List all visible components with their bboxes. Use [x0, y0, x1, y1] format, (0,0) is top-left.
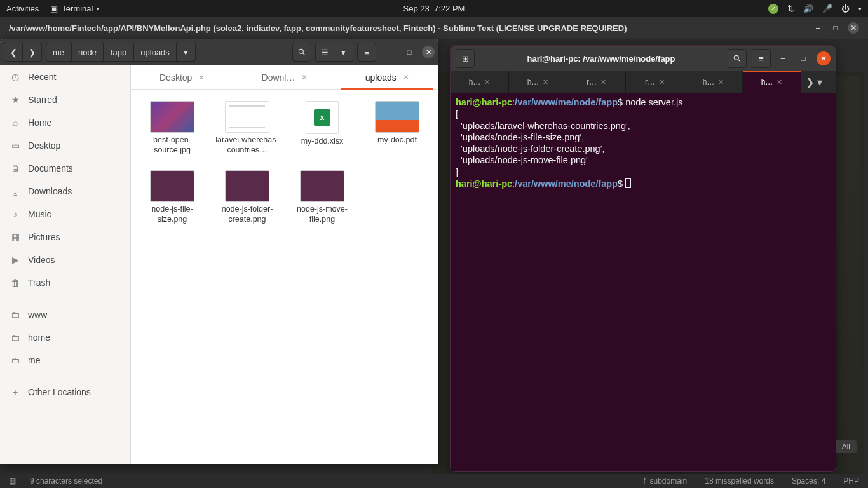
path-segment[interactable]: me [46, 43, 71, 62]
close-icon[interactable]: ✕ [198, 73, 205, 82]
file-item[interactable]: best-open-source.jpg [137, 101, 207, 155]
close-icon[interactable]: ✕ [776, 78, 782, 86]
terminal-headerbar: ⊞ hari@hari-pc: /var/www/me/node/fapp ≡ … [451, 46, 836, 71]
sidebar-bookmark[interactable]: 🗀home [0, 326, 130, 349]
file-item[interactable]: xmy-ddd.xlsx [287, 101, 357, 155]
forward-button[interactable]: ❯ [23, 43, 42, 62]
files-tab[interactable]: Desktop✕ [131, 65, 233, 89]
terminal-tab[interactable]: r…✕ [626, 71, 684, 93]
terminal-tab[interactable]: r…✕ [567, 71, 626, 93]
file-item[interactable]: node-js-file-size.png [137, 170, 207, 224]
file-name: my-doc.pdf [377, 135, 417, 146]
files-tab[interactable]: uploads✕ [336, 65, 438, 89]
sidebar-item[interactable]: ⌂Home [0, 111, 130, 134]
terminal-tab[interactable]: h…✕ [684, 71, 743, 93]
activities-button[interactable]: Activities [6, 4, 39, 13]
file-item[interactable]: my-doc.pdf [362, 101, 432, 155]
network-icon[interactable]: ⇅ [787, 4, 794, 13]
app-menu[interactable]: ▣ Terminal ▾ [50, 4, 100, 13]
path-segment[interactable]: uploads [133, 43, 177, 62]
power-icon[interactable]: ⏻ [841, 4, 850, 13]
close-icon[interactable]: ✕ [301, 73, 308, 82]
sidebar-item-label: Recent [28, 72, 56, 82]
close-button[interactable]: ✕ [817, 51, 831, 65]
close-icon[interactable]: ✕ [484, 78, 490, 86]
close-icon[interactable]: ✕ [543, 78, 548, 86]
terminal-tab[interactable]: h…✕ [451, 71, 509, 93]
git-branch[interactable]: ᚶ subdomain [643, 477, 687, 485]
sidebar-item[interactable]: 🗑Trash [0, 271, 130, 294]
file-thumb: x [306, 101, 339, 134]
terminal-tabs: h…✕h…✕r…✕r…✕h…✕h…✕❯ ▾ [451, 71, 836, 93]
maximize-button[interactable]: □ [830, 22, 841, 34]
tab-label: Downl… [262, 72, 295, 83]
svg-line-1 [303, 53, 305, 55]
workspace: ❮ ❯ menodefappuploads▾ ☰ ▾ ≡ – □ ✕ ◷Rece… [0, 39, 868, 474]
search-button[interactable] [292, 43, 311, 62]
view-options-button[interactable]: ▾ [334, 43, 353, 62]
chevron-down-icon: ▾ [858, 6, 862, 12]
close-button[interactable]: ✕ [422, 46, 435, 58]
view-list-button[interactable]: ☰ [315, 43, 334, 62]
desktop-icon: ▭ [10, 140, 20, 151]
sidebar-item[interactable]: ★Starred [0, 88, 130, 111]
minimize-button[interactable]: – [384, 46, 397, 58]
maximize-button[interactable]: □ [403, 46, 416, 58]
menu-icon[interactable]: ▦ [9, 477, 16, 485]
close-icon[interactable]: ✕ [403, 73, 409, 82]
terminal-tab[interactable]: h…✕ [509, 71, 567, 93]
sidebar-item-label: home [28, 332, 50, 342]
terminal-tab[interactable]: h…✕ [743, 71, 801, 93]
sidebar-other-locations[interactable]: +Other Locations [0, 381, 130, 403]
mic-icon[interactable]: 🎤 [822, 4, 832, 13]
file-thumb [150, 170, 194, 202]
hamburger-button[interactable]: ≡ [357, 43, 376, 62]
syntax-status[interactable]: PHP [843, 477, 859, 485]
sidebar-item[interactable]: ◷Recent [0, 65, 130, 88]
spaces-status[interactable]: Spaces: 4 [792, 477, 825, 485]
star-icon: ★ [10, 95, 20, 105]
minimize-button[interactable]: – [812, 22, 824, 34]
terminal-icon: ▣ [50, 4, 58, 13]
spell-status[interactable]: 18 misspelled words [705, 477, 774, 485]
close-icon[interactable]: ✕ [718, 78, 724, 86]
find-all-button[interactable]: All [836, 440, 857, 453]
tab-overflow[interactable]: ❯ ▾ [801, 71, 827, 93]
back-button[interactable]: ❮ [4, 43, 23, 62]
close-icon[interactable]: ✕ [600, 78, 606, 86]
minimize-button[interactable]: – [776, 51, 790, 65]
path-segment[interactable]: node [71, 43, 104, 62]
files-sidebar: ◷Recent★Starred⌂Home▭Desktop🗎Documents⭳D… [0, 65, 131, 464]
file-thumb [300, 170, 344, 202]
file-name: node-js-move-file.png [287, 205, 357, 224]
sidebar-bookmark[interactable]: 🗀me [0, 349, 130, 372]
sidebar-item[interactable]: ▶Videos [0, 248, 130, 271]
branch-label: subdomain [650, 477, 688, 485]
file-item[interactable]: laravel-wherehas-countries… [212, 101, 282, 155]
search-button[interactable] [728, 49, 747, 68]
path-dropdown[interactable]: ▾ [177, 43, 196, 62]
terminal-body[interactable]: hari@hari-pc:/var/www/me/node/fapp$ node… [451, 93, 836, 193]
close-icon[interactable]: ✕ [659, 78, 665, 86]
clock[interactable]: Sep 23 7:22 PM [403, 4, 465, 13]
hamburger-button[interactable]: ≡ [752, 49, 771, 68]
close-button[interactable]: ✕ [848, 22, 859, 34]
files-tab[interactable]: Downl…✕ [233, 65, 336, 89]
maximize-button[interactable]: □ [796, 51, 810, 65]
sidebar-item[interactable]: 🗎Documents [0, 157, 130, 180]
down-icon: ⭳ [10, 186, 20, 196]
sidebar-item[interactable]: ▭Desktop [0, 134, 130, 157]
terminal-window: ⊞ hari@hari-pc: /var/www/me/node/fapp ≡ … [450, 45, 836, 472]
folder-icon: 🗀 [10, 332, 20, 342]
sidebar-item[interactable]: ⭳Downloads [0, 180, 130, 203]
file-item[interactable]: node-js-folder-create.png [212, 170, 282, 224]
date-label: Sep 23 [403, 4, 430, 13]
sidebar-item[interactable]: ♪Music [0, 203, 130, 226]
svg-point-2 [734, 55, 738, 60]
sidebar-item[interactable]: ▦Pictures [0, 226, 130, 248]
file-item[interactable]: node-js-move-file.png [287, 170, 357, 224]
new-tab-button[interactable]: ⊞ [456, 49, 475, 68]
sidebar-bookmark[interactable]: 🗀www [0, 303, 130, 326]
path-segment[interactable]: fapp [104, 43, 133, 62]
volume-icon[interactable]: 🔊 [803, 4, 813, 13]
